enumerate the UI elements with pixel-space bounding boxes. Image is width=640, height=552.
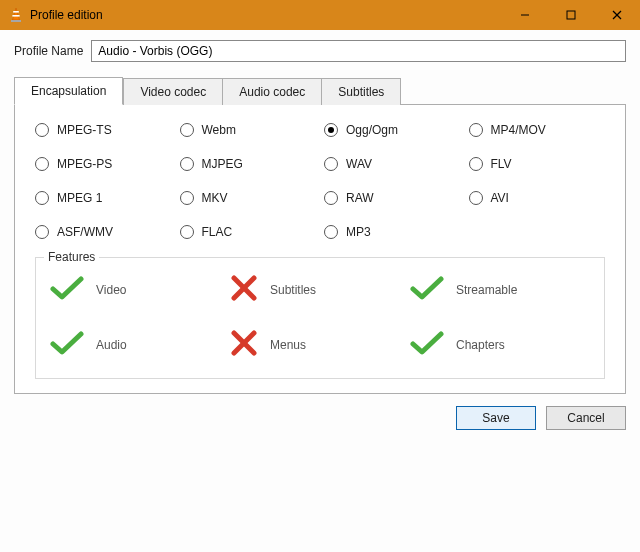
tab-strip: EncapsulationVideo codecAudio codecSubti… — [14, 76, 626, 104]
radio-label: MKV — [202, 191, 228, 205]
radio-circle-icon — [180, 225, 194, 239]
tab-audio-codec[interactable]: Audio codec — [222, 78, 321, 105]
radio-label: AVI — [491, 191, 509, 205]
svg-rect-5 — [567, 11, 575, 19]
feature-chapters: Chapters — [410, 329, 590, 360]
radio-mkv[interactable]: MKV — [180, 191, 317, 205]
radio-circle-icon — [35, 123, 49, 137]
radio-label: MP3 — [346, 225, 371, 239]
encapsulation-options: MPEG-TSWebmOgg/OgmMP4/MOVMPEG-PSMJPEGWAV… — [35, 123, 605, 239]
radio-wav[interactable]: WAV — [324, 157, 461, 171]
feature-label: Chapters — [456, 338, 505, 352]
radio-label: ASF/WMV — [57, 225, 113, 239]
titlebar: Profile edition — [0, 0, 640, 30]
radio-avi[interactable]: AVI — [469, 191, 606, 205]
check-icon — [50, 330, 84, 359]
cancel-button[interactable]: Cancel — [546, 406, 626, 430]
cross-icon — [230, 274, 258, 305]
radio-circle-icon — [469, 191, 483, 205]
radio-label: MJPEG — [202, 157, 243, 171]
dialog-buttons: Save Cancel — [0, 394, 640, 442]
radio-circle-icon — [324, 225, 338, 239]
tab-encapsulation[interactable]: Encapsulation — [14, 77, 123, 105]
radio-label: MPEG-TS — [57, 123, 112, 137]
radio-flv[interactable]: FLV — [469, 157, 606, 171]
radio-asf-wmv[interactable]: ASF/WMV — [35, 225, 172, 239]
save-button[interactable]: Save — [456, 406, 536, 430]
radio-circle-icon — [324, 157, 338, 171]
radio-webm[interactable]: Webm — [180, 123, 317, 137]
profile-name-row: Profile Name — [14, 40, 626, 62]
radio-circle-icon — [180, 191, 194, 205]
radio-ogg-ogm[interactable]: Ogg/Ogm — [324, 123, 461, 137]
feature-menus: Menus — [230, 329, 410, 360]
minimize-button[interactable] — [502, 0, 548, 30]
feature-label: Streamable — [456, 283, 517, 297]
features-grid: VideoSubtitlesStreamableAudioMenusChapte… — [50, 274, 590, 360]
radio-circle-icon — [35, 225, 49, 239]
features-groupbox: Features VideoSubtitlesStreamableAudioMe… — [35, 257, 605, 379]
check-icon — [50, 275, 84, 304]
svg-marker-0 — [13, 8, 20, 20]
radio-mpeg-1[interactable]: MPEG 1 — [35, 191, 172, 205]
window-title: Profile edition — [30, 8, 103, 22]
radio-label: WAV — [346, 157, 372, 171]
radio-label: MPEG 1 — [57, 191, 102, 205]
check-icon — [410, 330, 444, 359]
radio-circle-icon — [469, 123, 483, 137]
radio-label: MPEG-PS — [57, 157, 112, 171]
radio-circle-icon — [324, 123, 338, 137]
radio-mpeg-ps[interactable]: MPEG-PS — [35, 157, 172, 171]
profile-name-input[interactable] — [91, 40, 626, 62]
radio-mp4-mov[interactable]: MP4/MOV — [469, 123, 606, 137]
radio-circle-icon — [324, 191, 338, 205]
tab-subtitles[interactable]: Subtitles — [321, 78, 401, 105]
svg-rect-3 — [11, 20, 21, 22]
radio-mp3[interactable]: MP3 — [324, 225, 461, 239]
radio-raw[interactable]: RAW — [324, 191, 461, 205]
radio-circle-icon — [35, 191, 49, 205]
radio-label: RAW — [346, 191, 374, 205]
radio-circle-icon — [469, 157, 483, 171]
radio-label: Ogg/Ogm — [346, 123, 398, 137]
radio-flac[interactable]: FLAC — [180, 225, 317, 239]
feature-video: Video — [50, 274, 230, 305]
profile-name-label: Profile Name — [14, 44, 83, 58]
svg-rect-1 — [13, 11, 19, 13]
features-legend: Features — [44, 250, 99, 264]
svg-rect-2 — [12, 15, 19, 17]
feature-label: Audio — [96, 338, 127, 352]
radio-circle-icon — [35, 157, 49, 171]
radio-circle-icon — [180, 123, 194, 137]
radio-circle-icon — [180, 157, 194, 171]
radio-label: MP4/MOV — [491, 123, 546, 137]
maximize-button[interactable] — [548, 0, 594, 30]
cross-icon — [230, 329, 258, 360]
vlc-cone-icon — [8, 7, 24, 23]
feature-audio: Audio — [50, 329, 230, 360]
radio-label: FLV — [491, 157, 512, 171]
radio-label: Webm — [202, 123, 236, 137]
radio-label: FLAC — [202, 225, 233, 239]
feature-label: Video — [96, 283, 126, 297]
feature-streamable: Streamable — [410, 274, 590, 305]
tab-video-codec[interactable]: Video codec — [123, 78, 222, 105]
radio-mjpeg[interactable]: MJPEG — [180, 157, 317, 171]
feature-subtitles: Subtitles — [230, 274, 410, 305]
feature-label: Menus — [270, 338, 306, 352]
radio-mpeg-ts[interactable]: MPEG-TS — [35, 123, 172, 137]
feature-label: Subtitles — [270, 283, 316, 297]
close-button[interactable] — [594, 0, 640, 30]
encapsulation-panel: MPEG-TSWebmOgg/OgmMP4/MOVMPEG-PSMJPEGWAV… — [14, 104, 626, 394]
check-icon — [410, 275, 444, 304]
